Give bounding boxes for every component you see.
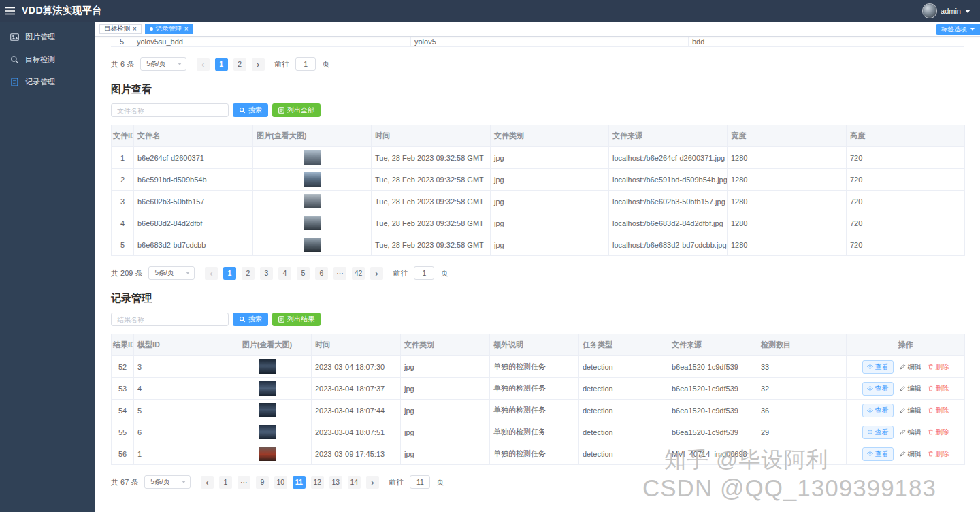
page-number-button[interactable]: 6	[315, 267, 328, 280]
time-cell: Tue, 28 Feb 2023 09:32:58 GMT	[372, 169, 491, 191]
sidebar-item-target-detection[interactable]: 目标检测	[0, 48, 95, 71]
close-icon[interactable]: ×	[184, 26, 189, 33]
list-all-button[interactable]: 列出全部	[272, 103, 321, 117]
more-pages-button[interactable]: ···	[333, 267, 346, 280]
image-thumbnail[interactable]	[259, 359, 276, 374]
file-name-cell: b6e591bd-d509b54b	[134, 169, 253, 191]
page-number-button[interactable]: 1	[223, 267, 236, 280]
image-table: 文件ID 文件名 图片(查看大图) 时间 文件类别 文件来源 宽度 高度 1 b…	[111, 125, 965, 256]
page-size-select[interactable]: 5条/页	[140, 57, 186, 71]
chevron-down-icon	[965, 10, 970, 13]
goto-page-input[interactable]	[295, 57, 316, 71]
prev-page-button[interactable]: ‹	[197, 58, 210, 71]
view-button[interactable]: 查看	[862, 447, 894, 461]
image-thumbnail[interactable]	[259, 403, 276, 417]
column-header: 文件类别	[401, 334, 490, 356]
image-cell	[253, 147, 372, 169]
detect-count-cell: 33	[757, 356, 847, 378]
column-header: 高度	[847, 125, 965, 147]
delete-button[interactable]: 删除	[928, 449, 949, 459]
result-search-input[interactable]	[111, 313, 229, 326]
edit-button[interactable]: 编辑	[900, 406, 921, 415]
page-number-button[interactable]: 42	[352, 267, 365, 280]
delete-button[interactable]: 删除	[928, 428, 949, 437]
column-header: 时间	[312, 334, 401, 356]
image-section-title: 图片查看	[111, 82, 964, 96]
delete-button[interactable]: 删除	[928, 384, 949, 394]
tab-label: 记录管理	[156, 25, 182, 33]
page-number-button[interactable]: 4	[278, 267, 291, 280]
file-source-cell: localhost:/b6e591bd-d509b54b.jpg	[609, 169, 728, 191]
avatar[interactable]	[923, 4, 936, 18]
table-row: 5 b6e683d2-bd7cdcbb Tue, 28 Feb 2023 09:…	[112, 234, 965, 256]
delete-button[interactable]: 删除	[928, 406, 949, 415]
next-page-button[interactable]: ›	[370, 267, 383, 280]
image-thumbnail[interactable]	[259, 381, 276, 396]
record-section-title: 记录管理	[111, 291, 964, 305]
file-source-cell: localhost:/b6e602b3-50bfb157.jpg	[609, 191, 728, 212]
edit-button[interactable]: 编辑	[900, 428, 921, 437]
edit-button[interactable]: 编辑	[900, 362, 921, 372]
search-button[interactable]: 搜索	[233, 313, 268, 326]
delete-button[interactable]: 删除	[928, 362, 949, 372]
next-page-button[interactable]: ›	[366, 476, 379, 489]
view-button[interactable]: 查看	[862, 426, 894, 439]
page-number-button[interactable]: 10	[274, 476, 287, 489]
image-thumbnail[interactable]	[304, 238, 321, 252]
tag-options-button[interactable]: 标签选项	[936, 24, 980, 35]
image-thumbnail[interactable]	[304, 194, 321, 208]
goto-page-input[interactable]	[410, 475, 430, 489]
note-cell: 单独的检测任务	[490, 400, 579, 421]
list-results-button[interactable]: 列出结果	[272, 313, 321, 326]
page-number-button[interactable]: 14	[348, 476, 361, 489]
edit-button[interactable]: 编辑	[900, 449, 921, 459]
sidebar-item-record-management[interactable]: 记录管理	[0, 71, 95, 93]
page-number-button[interactable]: 2	[242, 267, 255, 280]
page-number-button[interactable]: 3	[260, 267, 273, 280]
page-number-button[interactable]: 5	[297, 267, 310, 280]
detect-count-cell: 29	[757, 421, 847, 443]
file-type-cell: jpg	[491, 191, 609, 212]
height-cell: 720	[847, 191, 965, 212]
page-size-select[interactable]: 5条/页	[144, 475, 191, 489]
close-icon[interactable]: ×	[133, 26, 137, 33]
image-thumbnail[interactable]	[259, 425, 276, 439]
column-header: 文件来源	[668, 334, 757, 356]
page-number-button[interactable]: 1	[215, 58, 228, 71]
page-number-button[interactable]: 9	[256, 476, 269, 489]
actions-cell: 查看 编辑 删除	[847, 356, 965, 378]
search-button[interactable]: 搜索	[233, 103, 268, 117]
actions-cell: 查看 编辑 删除	[847, 421, 965, 443]
sidebar-item-image-management[interactable]: 图片管理	[0, 26, 95, 48]
page-number-button[interactable]: 12	[311, 476, 324, 489]
page-number-button[interactable]: 13	[329, 476, 342, 489]
page-number-button[interactable]: 2	[233, 58, 246, 71]
image-thumbnail[interactable]	[304, 216, 321, 230]
view-button[interactable]: 查看	[862, 382, 894, 396]
image-thumbnail[interactable]	[304, 150, 321, 165]
view-button[interactable]: 查看	[862, 404, 894, 417]
prev-page-button[interactable]: ‹	[201, 476, 214, 489]
filename-search-input[interactable]	[111, 103, 229, 117]
image-thumbnail[interactable]	[259, 447, 276, 461]
main-content: 5 yolov5su_bdd yolov5 bdd 共 6 条 5条/页 ‹ 1…	[95, 37, 980, 512]
more-pages-button[interactable]: ···	[238, 476, 250, 489]
prev-page-button[interactable]: ‹	[205, 267, 218, 280]
file-id-cell: 3	[112, 191, 134, 212]
tab-record-management[interactable]: 记录管理 ×	[145, 24, 193, 34]
page-number-button[interactable]: 11	[293, 476, 306, 489]
tab-target-detection[interactable]: 目标检测 ×	[99, 24, 142, 34]
file-id-cell: 1	[112, 147, 134, 169]
file-name-cell: b6e683d2-84d2dfbf	[134, 212, 253, 234]
edit-button[interactable]: 编辑	[900, 384, 921, 394]
image-thumbnail[interactable]	[304, 172, 321, 187]
width-cell: 1280	[728, 212, 847, 234]
view-button[interactable]: 查看	[862, 360, 894, 374]
page-size-select[interactable]: 5条/页	[148, 266, 195, 280]
page-number-button[interactable]: 1	[219, 476, 232, 489]
menu-toggle-icon[interactable]	[0, 0, 20, 22]
goto-label: 前往	[389, 477, 404, 487]
user-menu[interactable]: admin	[923, 4, 970, 18]
goto-page-input[interactable]	[414, 266, 434, 280]
next-page-button[interactable]: ›	[252, 58, 265, 71]
